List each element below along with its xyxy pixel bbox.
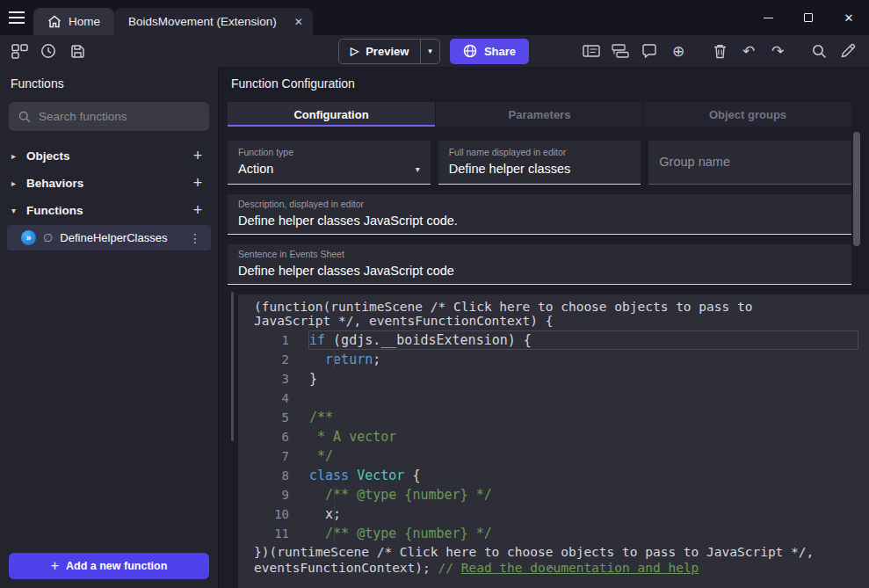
sidebar-title: Functions: [0, 67, 218, 99]
code-editor[interactable]: (function(runtimeScene /* Click here to …: [238, 294, 869, 588]
tree-item-behaviors[interactable]: ▸ Behaviors +: [0, 170, 218, 197]
tab-configuration[interactable]: Configuration: [228, 102, 436, 127]
group-name-field[interactable]: Group name: [648, 141, 851, 185]
undo-icon: ↶: [742, 44, 755, 59]
tab-project[interactable]: BoidsMovement (Extension) ✕: [114, 8, 313, 35]
code-line[interactable]: 7 */: [238, 446, 869, 466]
save-button[interactable]: [67, 40, 88, 62]
hamburger-icon: [9, 11, 25, 24]
code-line[interactable]: 1if (gdjs.__boidsExtension) {: [238, 330, 869, 350]
preview-button[interactable]: ▷ Preview: [339, 40, 420, 63]
code-token: return: [325, 352, 373, 367]
tree-item-functions[interactable]: ▾ Functions +: [0, 197, 218, 224]
clock-icon: [40, 43, 56, 59]
line-number: 6: [238, 430, 308, 444]
edit-theme-button[interactable]: [837, 40, 858, 62]
tab-parameters[interactable]: Parameters: [436, 102, 644, 127]
toolbar-left-group: [0, 40, 338, 62]
code-line[interactable]: 8class Vector {: [238, 466, 869, 485]
code-lines: 1if (gdjs.__boidsExtension) {2 return;3}…: [238, 330, 869, 543]
chevron-down-icon: ▾: [11, 206, 26, 215]
project-manager-button[interactable]: [9, 40, 30, 62]
code-token: [309, 352, 325, 367]
line-number: 2: [238, 352, 308, 367]
tab-object-groups[interactable]: Object groups: [644, 102, 851, 127]
field-label: Sentence in Events Sheet: [238, 249, 841, 259]
code-token: /** @type {number} */: [325, 526, 492, 541]
add-new-function-button[interactable]: + Add a new function: [9, 553, 209, 579]
code-line[interactable]: 11 /** @type {number} */: [238, 524, 869, 543]
toolbar-center-group: ▷ Preview ▾ Share: [338, 39, 529, 64]
close-window-button[interactable]: ✕: [829, 0, 869, 35]
preview-dropdown-button[interactable]: ▾: [421, 40, 439, 63]
minimize-icon: [764, 18, 773, 18]
indent-guide: [334, 351, 335, 368]
preview-split-button[interactable]: ▷ Preview ▾: [338, 39, 440, 64]
function-name: DefineHelperClasses: [60, 231, 180, 244]
layout-panels-icon: [11, 44, 28, 59]
panel-left-scrollbar[interactable]: [231, 292, 234, 441]
full-name-field[interactable]: Full name displayed in editor Define hel…: [438, 141, 641, 185]
minimize-button[interactable]: [748, 0, 788, 35]
tree-item-label: Objects: [26, 149, 189, 163]
code-line[interactable]: 6 * A vector: [238, 427, 869, 446]
add-subevent-button[interactable]: [610, 40, 631, 62]
tree-item-objects[interactable]: ▸ Objects +: [0, 142, 218, 170]
chevron-down-icon: ▾: [428, 47, 432, 55]
line-number: 8: [238, 468, 308, 483]
function-item-selected[interactable]: » ∅ DefineHelperClasses ⋮: [7, 225, 211, 250]
editor-footer-line1: })(runtimeScene /* Click here to choose …: [238, 545, 869, 559]
tab-home[interactable]: Home: [33, 8, 114, 35]
add-comment-button[interactable]: [639, 40, 660, 62]
share-button[interactable]: Share: [450, 39, 529, 64]
code-line[interactable]: 10 x;: [238, 505, 869, 524]
code-line[interactable]: 4: [238, 388, 869, 408]
preview-label: Preview: [366, 45, 409, 58]
code-line[interactable]: 5/**: [238, 408, 869, 427]
search-functions-input[interactable]: [39, 110, 199, 123]
toolbar: ▷ Preview ▾ Share ⊕: [0, 35, 869, 67]
function-type-select[interactable]: Function type Action ▾: [228, 141, 431, 185]
add-event-button[interactable]: [581, 40, 602, 62]
kebab-menu-icon[interactable]: ⋮: [187, 231, 203, 245]
search-button[interactable]: [808, 40, 829, 62]
maximize-button[interactable]: [788, 0, 829, 35]
code-token: [309, 526, 325, 541]
code-line[interactable]: 3}: [238, 369, 869, 388]
add-function-plus-button[interactable]: +: [189, 201, 206, 220]
redo-icon: ↷: [771, 44, 784, 59]
code-token: /** @type {number} */: [325, 487, 492, 503]
description-field[interactable]: Description, displayed in editor Define …: [228, 194, 851, 235]
caret-up-glyph: ^: [547, 564, 554, 577]
sentence-field[interactable]: Sentence in Events Sheet Define helper c…: [228, 244, 851, 285]
home-icon: [47, 15, 62, 28]
tab-home-label: Home: [69, 15, 100, 28]
add-behavior-button[interactable]: +: [189, 174, 206, 192]
code-token: //: [438, 561, 461, 575]
close-tab-icon[interactable]: ✕: [294, 16, 303, 28]
configuration-tabbar: Configuration Parameters Object groups: [228, 102, 851, 127]
history-button[interactable]: [38, 40, 59, 62]
delete-button[interactable]: [709, 40, 730, 62]
function-configuration-panel: Function Configuration Configuration Par…: [218, 67, 869, 588]
chevron-down-icon: ▾: [416, 164, 420, 174]
editor-header-line2: JavaScript */, eventsFunctionContext) {: [238, 314, 869, 328]
redo-button[interactable]: ↷: [767, 40, 788, 62]
hamburger-menu-button[interactable]: [0, 0, 33, 35]
trash-icon: [713, 44, 727, 59]
form-row-1: Function type Action ▾ Full name display…: [228, 141, 851, 185]
code-line[interactable]: 9 /** @type {number} */: [238, 485, 869, 505]
add-object-button[interactable]: +: [189, 147, 206, 165]
search-box[interactable]: [9, 102, 209, 131]
documentation-link[interactable]: Read the documentation and help: [461, 561, 699, 575]
globe-icon: [463, 44, 477, 58]
line-number: 11: [238, 526, 308, 541]
sentence-value: Define helper classes JavaScript code: [238, 264, 454, 278]
panel-scrollbar-thumb[interactable]: [853, 132, 860, 246]
add-subevent-icon: [612, 44, 629, 58]
gdevelop-window: Home BoidsMovement (Extension) ✕ ✕: [0, 0, 869, 588]
share-label: Share: [484, 45, 516, 58]
add-other-events-button[interactable]: ⊕: [668, 40, 689, 62]
undo-button[interactable]: ↶: [738, 40, 759, 62]
code-line[interactable]: 2 return;: [238, 350, 869, 369]
